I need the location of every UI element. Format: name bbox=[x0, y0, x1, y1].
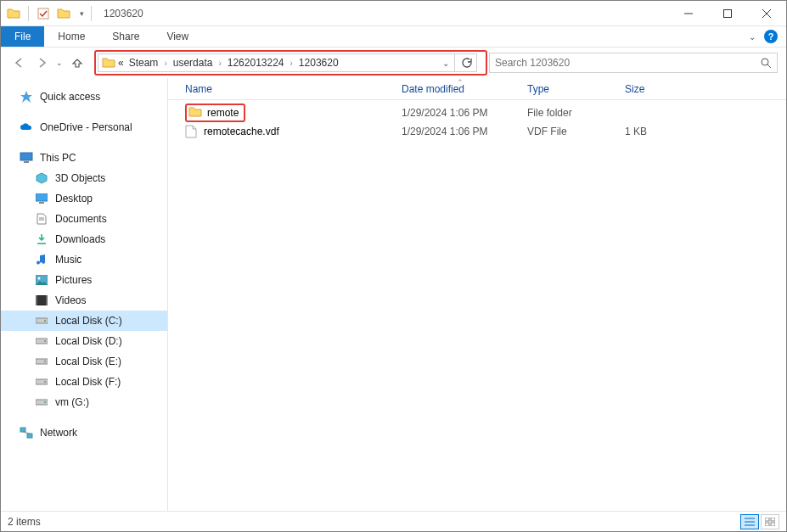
window-title: 1203620 bbox=[104, 8, 143, 20]
drive-icon bbox=[35, 355, 48, 368]
sidebar-item-this-pc[interactable]: This PC bbox=[1, 148, 167, 168]
music-icon bbox=[35, 253, 48, 266]
sidebar-item-label: Documents bbox=[55, 213, 107, 225]
column-header-name[interactable]: Name bbox=[185, 83, 402, 95]
maximize-button[interactable] bbox=[708, 1, 747, 26]
tab-share[interactable]: Share bbox=[98, 26, 153, 47]
breadcrumb-segment[interactable]: Steam bbox=[126, 57, 161, 69]
qat-dropdown-icon[interactable]: ▾ bbox=[80, 9, 84, 18]
body: Quick access OneDrive - Personal This PC… bbox=[1, 78, 786, 511]
address-bar-highlight: « Steam › userdata › 1262013224 › 120362… bbox=[94, 50, 487, 76]
search-input[interactable] bbox=[495, 57, 760, 69]
svg-rect-8 bbox=[20, 153, 32, 160]
sidebar-item-quick-access[interactable]: Quick access bbox=[1, 87, 167, 107]
file-tab[interactable]: File bbox=[1, 26, 44, 47]
column-header-size[interactable]: Size bbox=[625, 83, 693, 95]
file-icon bbox=[185, 125, 199, 138]
column-header-type[interactable]: Type bbox=[527, 83, 625, 95]
ribbon-expand-icon[interactable]: ⌄ bbox=[749, 32, 756, 42]
svg-rect-2 bbox=[724, 9, 732, 17]
navigation-pane: Quick access OneDrive - Personal This PC… bbox=[1, 78, 168, 511]
svg-point-27 bbox=[44, 381, 46, 383]
details-view-button[interactable] bbox=[740, 514, 759, 529]
sidebar-item-label: Music bbox=[55, 254, 82, 266]
file-size: 1 KB bbox=[625, 126, 693, 137]
chevron-right-icon[interactable]: › bbox=[287, 59, 296, 68]
file-list-pane: Name Date modified Type Size ⌃ remote 1/… bbox=[168, 78, 786, 511]
sidebar-item-vm-g[interactable]: vm (G:) bbox=[1, 392, 167, 412]
breadcrumb-segment[interactable]: userdata bbox=[171, 57, 216, 69]
sidebar-item-videos[interactable]: Videos bbox=[1, 290, 167, 311]
tab-home[interactable]: Home bbox=[44, 26, 98, 47]
drive-icon bbox=[35, 314, 48, 328]
folder-icon[interactable] bbox=[56, 6, 71, 21]
close-button[interactable] bbox=[747, 1, 786, 26]
address-bar[interactable]: « Steam › userdata › 1262013224 › 120362… bbox=[98, 53, 455, 72]
svg-marker-7 bbox=[20, 91, 32, 103]
item-count: 2 items bbox=[8, 516, 41, 528]
svg-rect-18 bbox=[36, 295, 37, 305]
svg-point-16 bbox=[38, 277, 41, 280]
file-row[interactable]: remote 1/29/2024 1:06 PM File folder bbox=[168, 104, 786, 122]
svg-rect-38 bbox=[765, 523, 769, 526]
file-row[interactable]: remotecache.vdf 1/29/2024 1:06 PM VDF Fi… bbox=[168, 122, 786, 141]
thumbnails-view-button[interactable] bbox=[761, 514, 779, 529]
refresh-button[interactable] bbox=[455, 53, 477, 72]
svg-rect-30 bbox=[20, 428, 25, 432]
properties-icon[interactable] bbox=[36, 6, 51, 21]
breadcrumb-segment[interactable]: 1262013224 bbox=[225, 57, 287, 69]
separator bbox=[28, 6, 29, 21]
status-bar: 2 items bbox=[1, 511, 786, 531]
cube-icon bbox=[35, 171, 48, 185]
sidebar-item-local-disk-e[interactable]: Local Disk (E:) bbox=[1, 351, 167, 372]
sidebar-item-label: Quick access bbox=[40, 91, 100, 103]
minimize-button[interactable] bbox=[669, 1, 708, 26]
navigation-bar: ⌄ « Steam › userdata › 1262013224 › 1203… bbox=[1, 48, 786, 78]
search-box[interactable] bbox=[489, 53, 778, 73]
video-icon bbox=[35, 294, 48, 307]
breadcrumb-segment[interactable]: 1203620 bbox=[296, 57, 341, 69]
chevron-right-icon[interactable]: › bbox=[160, 59, 170, 68]
forward-button[interactable] bbox=[31, 53, 52, 73]
svg-line-6 bbox=[767, 64, 771, 68]
address-dropdown-icon[interactable]: ⌄ bbox=[437, 59, 454, 68]
sidebar-item-pictures[interactable]: Pictures bbox=[1, 270, 167, 290]
svg-point-23 bbox=[44, 340, 46, 342]
sidebar-item-label: Network bbox=[40, 427, 77, 439]
sidebar-item-local-disk-c[interactable]: Local Disk (C:) bbox=[1, 311, 167, 331]
sidebar-item-label: Pictures bbox=[55, 274, 92, 286]
up-button[interactable] bbox=[67, 53, 87, 73]
back-button[interactable] bbox=[9, 53, 30, 73]
picture-icon bbox=[35, 273, 48, 287]
chevron-right-icon[interactable]: › bbox=[215, 59, 224, 68]
sidebar-item-local-disk-f[interactable]: Local Disk (F:) bbox=[1, 372, 167, 392]
file-highlight: remote bbox=[185, 104, 245, 122]
sidebar-item-onedrive[interactable]: OneDrive - Personal bbox=[1, 117, 167, 137]
sidebar-item-label: This PC bbox=[40, 152, 76, 164]
file-type: VDF File bbox=[527, 126, 625, 137]
quick-access-toolbar: ▾ 1203620 bbox=[1, 6, 143, 21]
sidebar-item-downloads[interactable]: Downloads bbox=[1, 229, 167, 249]
recent-locations-icon[interactable]: ⌄ bbox=[53, 59, 65, 67]
svg-rect-19 bbox=[46, 295, 48, 305]
svg-rect-31 bbox=[27, 434, 32, 438]
sidebar-item-label: Desktop bbox=[55, 193, 93, 204]
breadcrumb-overflow[interactable]: « bbox=[115, 57, 126, 69]
titlebar: ▾ 1203620 bbox=[1, 1, 786, 26]
sidebar-item-documents[interactable]: Documents bbox=[1, 209, 167, 229]
sidebar-item-network[interactable]: Network bbox=[1, 423, 167, 443]
sidebar-item-local-disk-d[interactable]: Local Disk (D:) bbox=[1, 331, 167, 351]
column-headers: Name Date modified Type Size ⌃ bbox=[168, 78, 786, 100]
drive-icon bbox=[35, 395, 48, 409]
sidebar-item-music[interactable]: Music bbox=[1, 249, 167, 270]
sidebar-item-3d-objects[interactable]: 3D Objects bbox=[1, 168, 167, 188]
search-icon[interactable] bbox=[760, 57, 772, 69]
sidebar-item-desktop[interactable]: Desktop bbox=[1, 188, 167, 209]
star-icon bbox=[20, 90, 33, 104]
svg-point-25 bbox=[44, 361, 46, 362]
separator bbox=[91, 6, 92, 21]
help-icon[interactable]: ? bbox=[764, 30, 778, 43]
svg-line-32 bbox=[23, 432, 30, 434]
column-header-date[interactable]: Date modified bbox=[402, 83, 527, 95]
tab-view[interactable]: View bbox=[153, 26, 202, 47]
